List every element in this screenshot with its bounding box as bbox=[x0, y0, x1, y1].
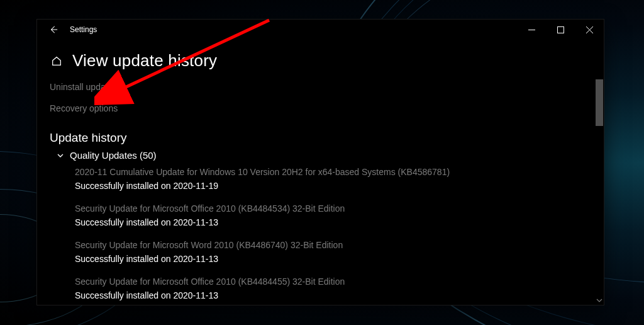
app-title: Settings bbox=[66, 25, 97, 34]
scroll-down-icon[interactable] bbox=[595, 296, 604, 305]
section-title-update-history: Update history bbox=[50, 122, 591, 149]
update-item: Security Update for Microsoft Office 201… bbox=[50, 201, 591, 237]
recovery-options-link[interactable]: Recovery options bbox=[50, 101, 591, 122]
group-quality-updates[interactable]: Quality Updates (50) bbox=[50, 149, 591, 164]
update-title[interactable]: Security Update for Microsoft Word 2010 … bbox=[75, 240, 591, 254]
back-button[interactable] bbox=[41, 20, 66, 40]
scrollbar[interactable] bbox=[595, 79, 604, 305]
update-item: Security Update for Microsoft Word 2010 … bbox=[50, 237, 591, 274]
minimize-button[interactable] bbox=[517, 20, 546, 40]
home-icon[interactable] bbox=[50, 54, 64, 68]
settings-window: Settings View update history Uninstall u… bbox=[36, 19, 604, 305]
scrollbar-thumb[interactable] bbox=[596, 79, 603, 126]
update-title[interactable]: Security Update for Microsoft Office 201… bbox=[75, 203, 591, 217]
update-item: 2020-11 Cumulative Update for Windows 10… bbox=[50, 164, 591, 201]
close-button[interactable] bbox=[575, 20, 604, 40]
svg-rect-0 bbox=[557, 26, 564, 33]
update-status: Successfully installed on 2020-11-13 bbox=[75, 217, 591, 236]
maximize-button[interactable] bbox=[546, 20, 575, 40]
update-status: Successfully installed on 2020-11-13 bbox=[75, 254, 591, 273]
group-label: Quality Updates (50) bbox=[70, 150, 157, 161]
uninstall-updates-link[interactable]: Uninstall updates bbox=[50, 79, 591, 101]
content-area: Uninstall updates Recovery options Updat… bbox=[37, 79, 604, 305]
update-status: Successfully installed on 2020-11-19 bbox=[75, 181, 591, 200]
update-title[interactable]: 2020-11 Cumulative Update for Windows 10… bbox=[75, 167, 591, 181]
page-title: View update history bbox=[72, 51, 217, 71]
update-item: Security Update for Microsoft Office 201… bbox=[50, 274, 591, 305]
page-header: View update history bbox=[37, 40, 604, 79]
update-title[interactable]: Security Update for Microsoft Office 201… bbox=[75, 277, 591, 290]
update-status: Successfully installed on 2020-11-13 bbox=[75, 290, 591, 305]
chevron-down-icon bbox=[56, 151, 65, 160]
titlebar: Settings bbox=[37, 20, 604, 40]
